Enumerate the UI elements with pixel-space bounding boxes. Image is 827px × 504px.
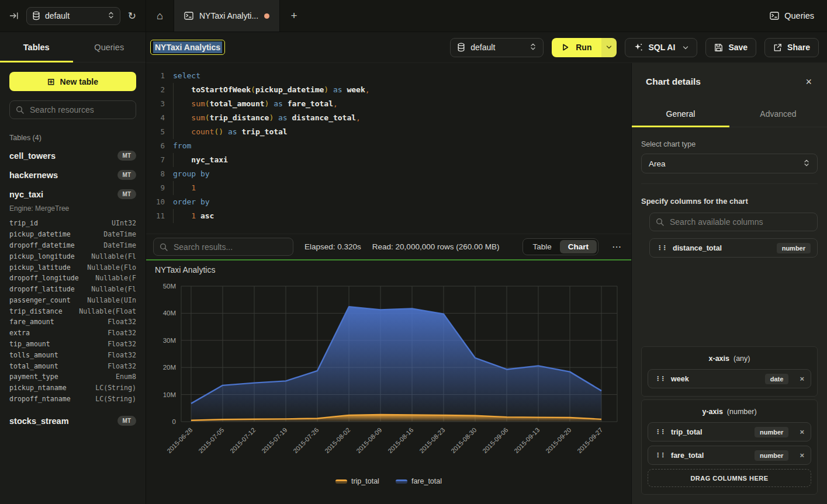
app-window: default ↻ ⌂ NYTaxi Analyti... + Queries bbox=[0, 0, 827, 504]
tab-tables[interactable]: Tables bbox=[0, 32, 73, 62]
table-row[interactable]: cell_towersMT bbox=[0, 146, 146, 165]
save-button[interactable]: Save bbox=[705, 38, 756, 57]
tab-advanced[interactable]: Advanced bbox=[729, 100, 827, 127]
more-options-icon[interactable]: ⋯ bbox=[610, 241, 624, 252]
drag-handle-icon[interactable]: ⋮⋮ bbox=[655, 428, 665, 436]
tab-queries[interactable]: Queries bbox=[73, 32, 146, 62]
legend-item[interactable]: trip_total bbox=[335, 477, 379, 485]
svg-text:2015-08-02: 2015-08-02 bbox=[323, 426, 351, 454]
results-search[interactable] bbox=[153, 238, 293, 256]
svg-text:2015-08-30: 2015-08-30 bbox=[449, 426, 477, 454]
sql-ai-button[interactable]: SQL AI bbox=[625, 38, 697, 57]
table-grid-icon: ⊞ bbox=[47, 77, 55, 87]
code-line: 4 sum(trip_distance) as distance_total, bbox=[146, 111, 631, 125]
remove-icon[interactable]: × bbox=[800, 451, 804, 460]
columns-search-input[interactable] bbox=[669, 217, 811, 227]
column-field-fare_total[interactable]: ⋮⋮fare_totalnumber× bbox=[648, 446, 811, 465]
new-table-button[interactable]: ⊞ New table bbox=[9, 72, 136, 91]
play-icon bbox=[562, 43, 569, 51]
sidebar-search-input[interactable] bbox=[29, 105, 130, 115]
columns-search[interactable] bbox=[649, 213, 818, 231]
panel-tabs: General Advanced bbox=[632, 100, 827, 127]
drag-handle-icon[interactable]: ⋮⋮ bbox=[655, 451, 665, 459]
run-button[interactable]: Run bbox=[552, 38, 601, 57]
table-row[interactable]: hackernewsMT bbox=[0, 165, 146, 185]
results-toolbar: Elapsed: 0.320s Read: 20,000,000 rows (2… bbox=[146, 234, 631, 260]
run-options-button[interactable] bbox=[601, 38, 617, 57]
home-tab[interactable]: ⌂ bbox=[146, 0, 174, 32]
drag-handle-icon[interactable]: ⋮⋮ bbox=[656, 244, 666, 252]
svg-text:2015-08-23: 2015-08-23 bbox=[418, 426, 446, 454]
query-title-input[interactable]: NYTaxi Analytics bbox=[150, 40, 225, 55]
chart-area[interactable]: NYTaxi Analytics 010M20M30M40M50M2015-06… bbox=[146, 260, 631, 504]
svg-text:2015-09-27: 2015-09-27 bbox=[576, 426, 604, 454]
query-toolbar: NYTaxi Analytics default Run bbox=[146, 32, 827, 63]
column-row: tolls_amountFloat32 bbox=[0, 349, 146, 360]
column-field-week[interactable]: ⋮⋮weekdate× bbox=[648, 369, 811, 388]
sidebar-search[interactable] bbox=[9, 100, 136, 119]
chart[interactable]: 010M20M30M40M50M2015-06-282015-07-052015… bbox=[146, 260, 631, 503]
sql-editor[interactable]: 1select2 toStartOfWeek(pickup_datetime) … bbox=[146, 63, 631, 234]
database-icon bbox=[457, 43, 465, 52]
code-line: 6from bbox=[146, 139, 631, 153]
chart-details-panel: Chart details × General Advanced Select … bbox=[631, 63, 827, 504]
database-selector[interactable]: default bbox=[26, 7, 120, 25]
tab-strip: ⌂ NYTaxi Analyti... + bbox=[146, 0, 308, 32]
columns-list: trip_idUInt32pickup_datetimeDateTimedrop… bbox=[0, 218, 146, 404]
code-line: 11 1 asc bbox=[146, 209, 631, 223]
share-icon bbox=[773, 43, 782, 52]
database-icon bbox=[32, 11, 40, 20]
column-row: pickup_ntanameLC(String) bbox=[0, 383, 146, 394]
refresh-icon[interactable]: ↻ bbox=[128, 10, 136, 22]
remove-icon[interactable]: × bbox=[800, 374, 804, 383]
column-row: trip_distanceNullable(Float bbox=[0, 305, 146, 317]
table-row[interactable]: stocks_streamMT bbox=[0, 411, 146, 430]
toggle-chart[interactable]: Chart bbox=[560, 240, 597, 253]
code-line: 2 toStartOfWeek(pickup_datetime) as week… bbox=[146, 83, 631, 97]
engine-badge: MT bbox=[117, 189, 136, 199]
terminal-icon bbox=[770, 12, 779, 20]
toggle-table[interactable]: Table bbox=[524, 240, 559, 253]
chart-type-select[interactable]: Area bbox=[641, 154, 818, 173]
new-tab-button[interactable]: + bbox=[280, 0, 308, 32]
column-row: dropoff_ntanameLC(String) bbox=[0, 394, 146, 405]
drop-zone[interactable]: DRAG COLUMNS HERE bbox=[648, 469, 811, 487]
column-row: fare_amountFloat32 bbox=[0, 317, 146, 328]
sidebar: Tables Queries ⊞ New table Tables (4) ce… bbox=[0, 32, 146, 504]
sparkle-icon bbox=[634, 43, 643, 52]
table-row[interactable]: nyc_taxiMT bbox=[0, 185, 146, 204]
elapsed-time: Elapsed: 0.320s bbox=[304, 242, 361, 251]
column-field-trip_total[interactable]: ⋮⋮trip_totalnumber× bbox=[648, 422, 811, 442]
topbar: default ↻ ⌂ NYTaxi Analyti... + Queries bbox=[0, 0, 827, 32]
search-icon bbox=[160, 243, 168, 251]
chevron-down-icon[interactable] bbox=[683, 43, 688, 52]
tab-general[interactable]: General bbox=[632, 100, 729, 127]
drag-handle-icon[interactable]: ⋮⋮ bbox=[655, 375, 665, 383]
query-tab[interactable]: NYTaxi Analyti... bbox=[174, 0, 280, 32]
svg-text:2015-06-28: 2015-06-28 bbox=[165, 426, 193, 454]
query-tab-label: NYTaxi Analyti... bbox=[199, 11, 258, 20]
column-field-distance_total[interactable]: ⋮⋮distance_totalnumber bbox=[649, 238, 818, 258]
column-row: passenger_countNullable(UIn bbox=[0, 294, 146, 305]
svg-text:50M: 50M bbox=[163, 283, 176, 290]
close-icon[interactable]: × bbox=[805, 77, 812, 87]
y-axis-box: y-axis(number) ⋮⋮trip_totalnumber×⋮⋮fare… bbox=[641, 399, 818, 495]
svg-text:2015-09-06: 2015-09-06 bbox=[481, 426, 509, 454]
svg-text:2015-07-05: 2015-07-05 bbox=[197, 426, 225, 454]
queries-button-label: Queries bbox=[784, 11, 814, 20]
column-row: pickup_longitudeNullable(Fl bbox=[0, 251, 146, 262]
toolbar-database-selector[interactable]: default bbox=[450, 38, 544, 57]
legend-item[interactable]: fare_total bbox=[396, 477, 442, 485]
chevron-updown-icon bbox=[108, 11, 115, 21]
collapse-sidebar-icon[interactable] bbox=[9, 11, 19, 20]
queries-button[interactable]: Queries bbox=[770, 11, 814, 20]
column-row: extraFloat32 bbox=[0, 328, 146, 339]
query-title-text: NYTaxi Analytics bbox=[153, 41, 222, 53]
column-row: dropoff_latitudeNullable(Fl bbox=[0, 284, 146, 295]
remove-icon[interactable]: × bbox=[800, 427, 804, 436]
column-row: payment_typeEnum8 bbox=[0, 371, 146, 383]
database-name: default bbox=[45, 11, 70, 20]
search-icon bbox=[16, 106, 24, 114]
results-search-input[interactable] bbox=[172, 242, 287, 252]
share-button[interactable]: Share bbox=[764, 38, 819, 57]
